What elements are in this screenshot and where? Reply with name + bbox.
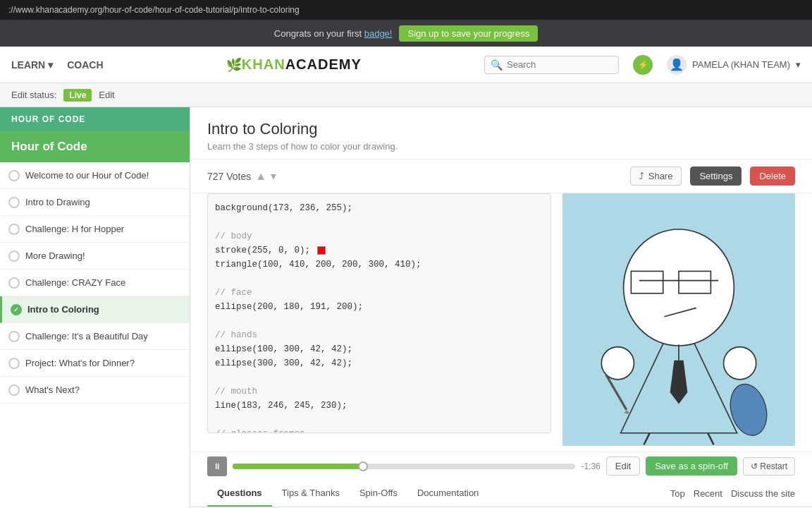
sidebar-item-intro-coloring[interactable]: ✓ Intro to Coloring — [0, 296, 190, 323]
code-line-10: // hands — [215, 328, 543, 342]
restart-button[interactable]: ↺ Restart — [743, 457, 795, 476]
tab-discuss[interactable]: Discuss the site — [731, 488, 795, 499]
code-line-3: // body — [215, 229, 543, 243]
color-swatch — [317, 246, 326, 255]
sidebar-bullet-whats-next — [8, 385, 20, 396]
logo-leaf-icon: 🌿 — [226, 57, 242, 73]
spinoff-button[interactable]: Save as a spin-off — [646, 456, 737, 476]
code-line-11: ellipse(100, 300, 42, 42); — [215, 342, 543, 356]
code-line-13 — [215, 370, 543, 385]
vote-count: 727 Votes ▲ ▾ — [207, 169, 276, 183]
sidebar-header: HOUR OF CODE — [0, 107, 190, 131]
code-line-16 — [215, 413, 543, 427]
notification-text: Congrats on your first badge! — [274, 28, 393, 39]
svg-line-10 — [644, 433, 650, 445]
search-input[interactable] — [507, 59, 613, 70]
code-line-15: line(183, 246, 245, 230); — [215, 399, 543, 413]
vote-up-icon[interactable]: ▲ — [255, 170, 266, 183]
code-line-17: // glasses frames — [215, 427, 543, 433]
tabs-area: Questions Tips & Thanks Spin-Offs Docume… — [190, 480, 812, 507]
share-icon: ⤴ — [639, 171, 644, 181]
vote-count-text: 727 Votes — [207, 171, 251, 182]
browser-url: ://www.khanacademy.org/hour-of-code/hour… — [8, 5, 300, 15]
tab-recent[interactable]: Recent — [694, 488, 722, 499]
playback-bar: ⏸ -1:36 Edit Save as a spin-off ↺ Restar… — [190, 452, 812, 480]
svg-point-3 — [724, 347, 756, 380]
sidebar-bullet-welcome — [8, 170, 20, 181]
sidebar-bullet-hopper — [8, 224, 20, 235]
code-line-4: stroke(255, 0, 0); — [215, 243, 543, 258]
svg-point-14 — [725, 380, 772, 440]
svg-line-12 — [606, 375, 627, 410]
code-line-9 — [215, 314, 543, 328]
settings-button[interactable]: Settings — [690, 167, 742, 186]
learn-nav[interactable]: LEARN ▾ — [11, 59, 53, 71]
sidebar-item-hopper[interactable]: Challenge: H for Hopper — [0, 216, 190, 243]
user-name: PAMELA (KHAN TEAM) — [692, 59, 790, 70]
logo-text: KHANACADEMY — [242, 56, 362, 73]
tab-tips-thanks[interactable]: Tips & Thanks — [272, 480, 350, 507]
coach-nav[interactable]: COACH — [67, 59, 103, 71]
search-box[interactable]: 🔍 — [484, 56, 619, 74]
sidebar-title[interactable]: Hour of Code — [0, 131, 190, 162]
code-editor[interactable]: background(173, 236, 255); // body strok… — [207, 193, 551, 433]
sidebar-bullet-dinner — [8, 358, 20, 369]
sidebar-item-whats-next[interactable]: What's Next? — [0, 377, 190, 404]
search-icon: 🔍 — [491, 59, 503, 71]
code-line-5: triangle(100, 410, 200, 200, 300, 410); — [215, 258, 543, 272]
code-line-14: // mouth — [215, 385, 543, 399]
tab-documentation[interactable]: Documentation — [407, 480, 488, 507]
main-content: HOUR OF CODE Hour of Code Welcome to our… — [0, 107, 812, 508]
content-area: Intro to Coloring Learn the 3 steps of h… — [190, 107, 812, 508]
code-line-8: ellipse(200, 180, 191, 200); — [215, 300, 543, 314]
preview-canvas — [562, 193, 795, 446]
page-subtitle: Learn the 3 steps of how to color your d… — [207, 141, 795, 152]
preview-area — [562, 193, 795, 446]
tab-right-area: Top Recent Discuss the site — [670, 488, 795, 499]
vote-share-bar: 727 Votes ▲ ▾ ⤴ Share Settings Delete — [190, 159, 812, 193]
sidebar-item-intro-drawing[interactable]: Intro to Drawing — [0, 189, 190, 216]
edit-status-label: Edit status: — [11, 90, 56, 100]
time-display: -1:36 — [581, 461, 600, 471]
sidebar-item-beautiful-day[interactable]: Challenge: It's a Beautiful Day — [0, 323, 190, 350]
delete-button[interactable]: Delete — [750, 167, 795, 186]
sidebar-bullet-beautiful-day — [8, 331, 20, 342]
editor-preview-area: background(173, 236, 255); // body strok… — [190, 193, 812, 452]
sidebar-bullet-intro-drawing — [8, 197, 20, 208]
sidebar-item-welcome[interactable]: Welcome to our Hour of Code! — [0, 162, 190, 189]
sidebar-bullet-crazy-face — [8, 277, 20, 289]
code-line-7: // face — [215, 286, 543, 300]
sidebar: HOUR OF CODE Hour of Code Welcome to our… — [0, 107, 190, 508]
progress-handle[interactable] — [358, 461, 368, 471]
code-line-12: ellipse(300, 300, 42, 42); — [215, 356, 543, 370]
svg-point-2 — [601, 347, 634, 380]
page-header: Intro to Coloring Learn the 3 steps of h… — [190, 107, 812, 159]
tab-spinoffs[interactable]: Spin-Offs — [350, 480, 407, 507]
pause-button[interactable]: ⏸ — [207, 456, 227, 476]
code-line-1: background(173, 236, 255); — [215, 201, 543, 215]
sidebar-bullet-intro-coloring: ✓ — [11, 304, 22, 315]
edit-status-bar: Edit status: Live Edit — [0, 83, 812, 107]
notification-bar: Congrats on your first badge! Sign up to… — [0, 20, 812, 47]
tab-questions[interactable]: Questions — [207, 480, 272, 507]
badge-link[interactable]: badge! — [364, 28, 393, 39]
browser-bar: ://www.khanacademy.org/hour-of-code/hour… — [0, 0, 812, 20]
avatar: 👤 — [667, 55, 687, 75]
edit-button[interactable]: Edit — [606, 456, 640, 476]
status-live-badge: Live — [63, 89, 92, 102]
signup-button[interactable]: Sign up to save your progress — [399, 25, 538, 42]
progress-fill — [233, 464, 363, 469]
tab-top[interactable]: Top — [670, 488, 685, 499]
sidebar-item-crazy-face[interactable]: Challenge: CRAZY Face — [0, 270, 190, 296]
status-edit-link[interactable]: Edit — [99, 90, 114, 100]
sidebar-item-dinner[interactable]: Project: What's for Dinner? — [0, 350, 190, 377]
share-button[interactable]: ⤴ Share — [630, 167, 682, 186]
vote-down-icon[interactable]: ▾ — [271, 169, 276, 183]
code-line-6 — [215, 272, 543, 286]
user-area[interactable]: 👤 PAMELA (KHAN TEAM) ▾ — [667, 55, 801, 75]
progress-bar[interactable] — [233, 464, 575, 469]
energy-icon: ⚡ — [633, 55, 653, 75]
svg-marker-9 — [670, 361, 688, 404]
nav-bar: LEARN ▾ COACH 🌿 KHANACADEMY 🔍 ⚡ 👤 PAMELA… — [0, 47, 812, 83]
sidebar-item-more-drawing[interactable]: More Drawing! — [0, 243, 190, 270]
